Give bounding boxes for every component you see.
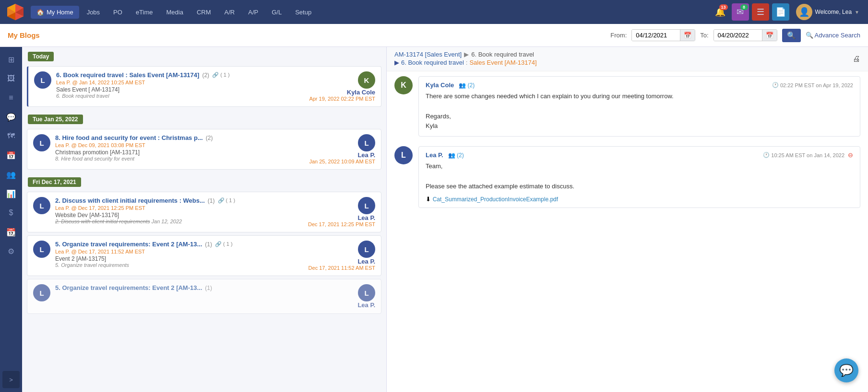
search-button[interactable]: 🔍 [782, 29, 801, 42]
sidebar-settings[interactable]: ⚙ [2, 242, 20, 260]
msg-author-1: Kyla Cole [426, 81, 454, 89]
date-section-today: Today [22, 47, 386, 63]
msg-avatar-2: L [394, 146, 413, 164]
home-icon: 🏠 [36, 9, 44, 16]
print-button[interactable]: 🖨 [853, 55, 860, 63]
sidebar-chart[interactable]: 📊 [2, 185, 20, 202]
breadcrumb-sub: ▶ 6. Book required travel : Sales Event … [394, 58, 537, 67]
sidebar-image[interactable]: 🖼 [2, 70, 20, 87]
nav-setup[interactable]: Setup [289, 6, 317, 19]
blog-desc-2: 8. Hire food and security for event [55, 156, 304, 161]
date-badge-jan25: Tue Jan 25, 2022 [28, 115, 83, 124]
blog-meta-1: Lea P. @ Jan 14, 2022 10:25 AM EST [56, 80, 304, 85]
bc-sub-text1[interactable]: 6. Book required travel [401, 59, 464, 66]
mail-button[interactable]: ✉ 8 [732, 3, 749, 21]
resp-name-3: Lea P. [308, 214, 375, 221]
blog-card-5[interactable]: L 5. Organize travel requirements: Event… [27, 279, 381, 314]
breadcrumb-sep: ▶ [464, 51, 469, 58]
user-name-label: Welcome, Lea [815, 9, 852, 15]
date-section-jan25: Tue Jan 25, 2022 [22, 110, 386, 126]
sidebar-users[interactable]: 👥 [2, 166, 20, 183]
attach-badge-3: 🔗 ( 1 ) [218, 197, 236, 204]
nav-po[interactable]: PO [107, 6, 128, 19]
blog-title-5: 5. Organize travel requirements: Event 2… [55, 284, 202, 291]
avatar-5: L [33, 284, 50, 301]
sidebar-calendar2[interactable]: 📆 [2, 223, 20, 241]
blog-meta-4: Lea P. @ Dec 17, 2021 11:52 AM EST [55, 249, 304, 254]
blog-count-2: (2) [206, 135, 213, 141]
user-avatar: 👤 [796, 4, 812, 20]
msg-time-1: 🕐 02:22 PM EST on Apr 19, 2022 [772, 82, 853, 88]
user-menu[interactable]: 👤 Welcome, Lea ▼ [792, 2, 863, 22]
from-date-wrapper: 📅 [631, 29, 695, 41]
to-calendar-button[interactable]: 📅 [762, 30, 777, 41]
blog-count-5: (1) [205, 285, 212, 291]
sidebar-map[interactable]: 🗺 [2, 127, 20, 145]
advance-search-icon: 🔍 [806, 32, 813, 39]
notification-button[interactable]: 🔔 13 [712, 3, 729, 21]
bc-sub-text2[interactable]: Sales Event [AM-13174] [469, 59, 536, 66]
blog-card-2[interactable]: L 8. Hire food and security for event : … [27, 129, 381, 170]
nav-ar[interactable]: A/R [219, 6, 241, 19]
stack-button[interactable]: ☰ [752, 3, 769, 21]
user-chevron-icon: ▼ [855, 10, 859, 15]
resp-date-4: Dec 17, 2021 11:52 AM EST [309, 265, 375, 271]
nav-ap[interactable]: A/P [242, 6, 264, 19]
chat-fab-button[interactable]: 💬 [834, 358, 858, 382]
nav-etime[interactable]: eTime [130, 6, 159, 19]
avatar-2: L [33, 134, 50, 151]
breadcrumb: AM-13174 [Sales Event] ▶ 6. Book require… [394, 51, 537, 58]
sidebar-org-chart[interactable]: ⊞ [2, 51, 20, 68]
to-date-wrapper: 📅 [713, 29, 777, 41]
advance-search-link[interactable]: 🔍 Advance Search [806, 32, 860, 39]
blog-card-4[interactable]: L 5. Organize travel requirements: Event… [27, 235, 381, 276]
blog-count-3: (1) [208, 197, 215, 204]
blog-meta-2: Lea P. @ Dec 09, 2021 03:08 PM EST [55, 142, 304, 148]
msg-avatar-1: K [394, 76, 413, 94]
resp-date-3: Dec 17, 2021 12:25 PM EST [308, 221, 375, 227]
blog-list: Today L 6. Book required travel : Sales … [22, 47, 387, 392]
logo [5, 1, 26, 23]
blog-meta-3: Lea P. @ Dec 17, 2021 12:25 PM EST [55, 205, 303, 211]
msg-author-2: Lea P. [426, 151, 443, 159]
blog-card-1[interactable]: L 6. Book required travel : Sales Event … [27, 66, 381, 107]
msg-delete-button[interactable]: ⊖ [848, 151, 853, 159]
attach-badge-4: 🔗 ( 1 ) [215, 241, 233, 247]
resp-name-4: Lea P. [309, 258, 375, 265]
nav-home[interactable]: 🏠 My Home [31, 6, 79, 19]
from-calendar-button[interactable]: 📅 [680, 30, 695, 41]
nav-media[interactable]: Media [161, 6, 189, 19]
avatar-3: L [33, 197, 50, 214]
resp-name-2: Lea P. [309, 151, 375, 159]
sidebar-list[interactable]: ≡ [2, 89, 20, 106]
message-list: K Kyla Cole 👥 (2) 🕐 02:22 PM EST on Apr … [387, 71, 868, 392]
my-blogs-title: My Blogs [8, 31, 606, 39]
sidebar-expand-button[interactable]: > [2, 371, 20, 388]
sidebar-calendar[interactable]: 📅 [2, 147, 20, 164]
msg-group-2: 👥 (2) [448, 152, 464, 159]
attachment-link[interactable]: Cat_Summarized_ProductionInvoiceExample.… [433, 196, 558, 203]
top-nav: 🏠 My Home Jobs PO eTime Media CRM A/R A/… [0, 0, 868, 24]
date-badge-today: Today [28, 52, 54, 61]
sidebar-dollar[interactable]: $ [2, 204, 20, 221]
resp-avatar-5: L [358, 284, 375, 301]
blog-title-4: 5. Organize travel requirements: Event 2… [55, 241, 202, 248]
nav-gl[interactable]: G/L [266, 6, 287, 19]
left-sidebar: ⊞ 🖼 ≡ 💬 🗺 📅 👥 📊 $ 📆 ⚙ > [0, 47, 22, 392]
date-badge-dec17: Fri Dec 17, 2021 [28, 177, 81, 187]
blog-card-3[interactable]: L 2. Discuss with client initial require… [27, 192, 381, 232]
msg-group-1: 👥 (2) [459, 82, 475, 89]
blog-desc-4: 5. Organize travel requirements [55, 262, 304, 268]
sidebar-chat[interactable]: 💬 [2, 108, 20, 126]
resp-name-5: Lea P. [313, 301, 375, 309]
resp-name-1: Kyla Cole [309, 89, 375, 96]
from-date-input[interactable] [632, 30, 680, 41]
notification-badge: 13 [719, 4, 728, 10]
to-date-input[interactable] [714, 30, 762, 41]
nav-jobs[interactable]: Jobs [81, 6, 106, 19]
doc-button[interactable]: 📄 [772, 3, 789, 21]
blog-title-3: 2. Discuss with client initial requireme… [55, 197, 205, 204]
from-label: From: [610, 32, 627, 39]
breadcrumb-parent[interactable]: AM-13174 [Sales Event] [394, 51, 462, 58]
nav-crm[interactable]: CRM [191, 6, 217, 19]
